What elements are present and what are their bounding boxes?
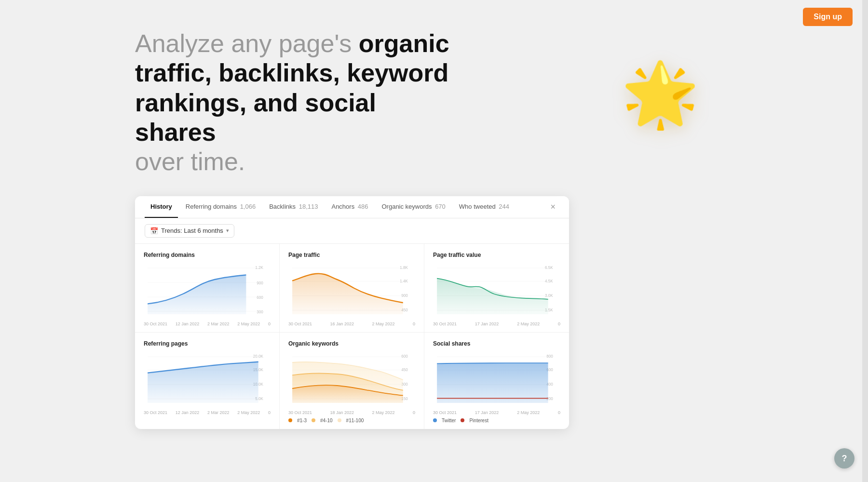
close-button[interactable]: × xyxy=(546,200,559,214)
hero-line4: over time. xyxy=(135,147,245,175)
svg-text:20.0K: 20.0K xyxy=(253,354,263,359)
tabs-bar: History Referring domains 1,066 Backlink… xyxy=(135,196,569,218)
chart-area: 1.2K 900 600 300 xyxy=(144,262,271,320)
hero-line3-bold: rankings, and social shares xyxy=(135,89,376,146)
dashboard-card: History Referring domains 1,066 Backlink… xyxy=(135,196,569,429)
hero-line2-bold: traffic, backlinks, keyword xyxy=(135,59,448,87)
charts-grid: Referring domains 1.2K 900 600 300 xyxy=(135,244,569,429)
chart-title: Social shares xyxy=(433,340,560,347)
svg-text:600: 600 xyxy=(401,354,408,359)
svg-text:900: 900 xyxy=(257,280,263,285)
signup-button[interactable]: Sign up xyxy=(803,8,853,26)
legend-label-1-3: #1-3 xyxy=(297,418,307,423)
hero-line1-bold: organic xyxy=(359,29,449,57)
chart-page-traffic-value: Page traffic value 6.5K 4.5K 3.0K 1.5K xyxy=(424,244,569,333)
trends-label: Trends: Last 6 months xyxy=(161,227,223,234)
svg-text:1.2K: 1.2K xyxy=(255,265,263,270)
legend-dot-4-10 xyxy=(312,418,315,422)
x-labels: 30 Oct 2021 18 Jan 2022 2 May 2022 0 xyxy=(288,410,415,415)
tab-who-tweeted[interactable]: Who tweeted 244 xyxy=(453,196,515,218)
tab-history[interactable]: History xyxy=(145,196,178,218)
filter-bar: 📅 Trends: Last 6 months ▾ xyxy=(135,218,569,244)
svg-text:1.8K: 1.8K xyxy=(400,265,408,270)
tab-backlinks[interactable]: Backlinks 18,113 xyxy=(263,196,324,218)
chart-referring-pages: Referring pages 20.0K 15.0K 10.0K 5.0K xyxy=(135,333,280,429)
tab-anchors[interactable]: Anchors 486 xyxy=(326,196,374,218)
svg-text:300: 300 xyxy=(257,309,263,314)
chart-title: Referring domains xyxy=(144,252,271,258)
svg-text:900: 900 xyxy=(401,293,408,298)
scrollbar[interactable] xyxy=(862,0,868,482)
hero-title: Analyze any page's organic traffic, back… xyxy=(135,29,463,177)
help-button[interactable]: ? xyxy=(834,448,854,469)
legend-label-pinterest: Pinterest xyxy=(469,418,488,423)
x-labels: 30 Oct 2021 12 Jan 2022 2 Mar 2022 2 May… xyxy=(144,410,271,415)
calendar-icon: 📅 xyxy=(150,227,158,235)
chart-title: Referring pages xyxy=(144,340,271,347)
legend-dot-pinterest xyxy=(461,418,464,422)
hero-section: Analyze any page's organic traffic, back… xyxy=(0,0,463,196)
chart-title: Page traffic value xyxy=(433,252,560,258)
chart-area: 20.0K 15.0K 10.0K 5.0K xyxy=(144,351,271,409)
x-labels: 30 Oct 2021 17 Jan 2022 2 May 2022 0 xyxy=(433,410,560,415)
legend-label-11-100: #11-100 xyxy=(346,418,364,423)
chart-area: 800 600 400 200 xyxy=(433,351,560,409)
hero-line1-plain: Analyze any page's xyxy=(135,29,359,57)
svg-text:450: 450 xyxy=(401,367,408,372)
chart-area: 6.5K 4.5K 3.0K 1.5K xyxy=(433,262,560,320)
chart-area: 600 450 300 150 xyxy=(288,351,415,409)
trends-select[interactable]: 📅 Trends: Last 6 months ▾ xyxy=(145,224,234,238)
chart-title: Page traffic xyxy=(288,252,415,258)
legend-dot-twitter xyxy=(433,418,437,422)
chart-area: 1.8K 1.4K 900 450 xyxy=(288,262,415,320)
chart-legend: #1-3 #4-10 #11-100 xyxy=(288,418,415,423)
top-bar: Sign up xyxy=(787,0,868,34)
tab-referring-domains[interactable]: Referring domains 1,066 xyxy=(180,196,261,218)
chart-page-traffic: Page traffic 1.8K 1.4K 900 450 xyxy=(280,244,424,333)
chart-organic-keywords: Organic keywords xyxy=(280,333,424,429)
chevron-down-icon: ▾ xyxy=(226,228,229,234)
x-labels: 30 Oct 2021 12 Jan 2022 2 Mar 2022 2 May… xyxy=(144,321,271,326)
svg-text:800: 800 xyxy=(546,354,553,359)
chart-title: Organic keywords xyxy=(288,340,415,347)
x-labels: 30 Oct 2021 17 Jan 2022 2 May 2022 0 xyxy=(433,321,560,326)
svg-text:4.5K: 4.5K xyxy=(545,278,553,283)
chart-social-shares: Social shares 800 600 400 200 xyxy=(424,333,569,429)
legend-dot-11-100 xyxy=(338,418,341,422)
star-decoration: 🌟 xyxy=(621,63,699,125)
legend-label-4-10: #4-10 xyxy=(320,418,333,423)
legend-label-twitter: Twitter xyxy=(442,418,456,423)
x-labels: 30 Oct 2021 16 Jan 2022 2 May 2022 0 xyxy=(288,321,415,326)
svg-text:6.5K: 6.5K xyxy=(545,265,553,270)
legend-dot-1-3 xyxy=(288,418,292,422)
svg-text:600: 600 xyxy=(257,295,263,300)
chart-referring-domains: Referring domains 1.2K 900 600 300 xyxy=(135,244,280,333)
chart-legend: Twitter Pinterest xyxy=(433,418,560,423)
tab-organic-keywords[interactable]: Organic keywords 670 xyxy=(376,196,451,218)
svg-text:1.4K: 1.4K xyxy=(400,278,408,283)
svg-text:3.0K: 3.0K xyxy=(545,293,553,298)
